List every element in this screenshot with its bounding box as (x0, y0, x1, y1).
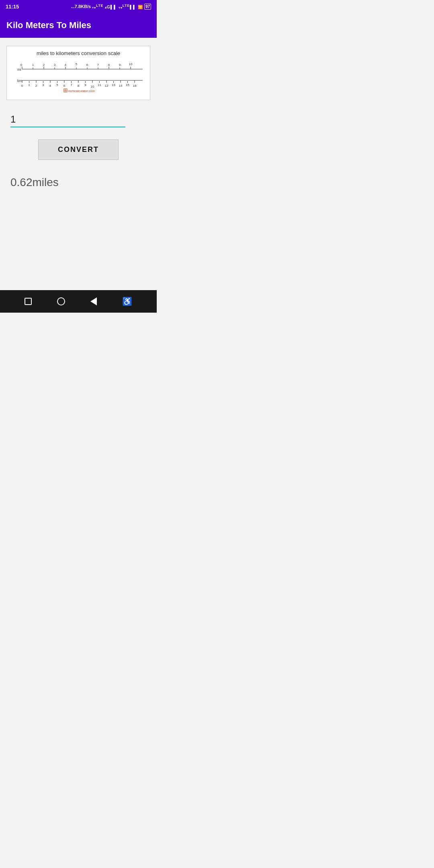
app-bar: Kilo Meters To Miles (0, 13, 157, 38)
accessibility-icon: ♿ (122, 297, 132, 306)
svg-text:15: 15 (126, 83, 129, 87)
recent-apps-button[interactable] (21, 295, 35, 308)
home-icon (57, 297, 65, 305)
app-title: Kilo Meters To Miles (6, 20, 91, 30)
svg-text:10: 10 (91, 85, 94, 88)
svg-text:2: 2 (35, 84, 37, 88)
input-container (10, 112, 125, 127)
svg-text:1: 1 (28, 83, 30, 87)
svg-text:8: 8 (108, 63, 110, 67)
accessibility-button[interactable]: ♿ (119, 293, 135, 309)
svg-text:12: 12 (105, 84, 108, 88)
nav-bar: ♿ (0, 290, 157, 313)
svg-text:9: 9 (119, 63, 121, 67)
svg-text:9: 9 (84, 83, 86, 87)
conversion-scale-box: miles to kilometers conversion scale mi … (6, 46, 150, 100)
svg-text:km: km (17, 79, 22, 83)
svg-text:10: 10 (129, 62, 133, 66)
svg-text:0: 0 (20, 63, 23, 67)
convert-button[interactable]: CONVERT (38, 139, 119, 160)
svg-text:6: 6 (86, 63, 88, 67)
svg-text:5: 5 (56, 83, 58, 87)
svg-text:13: 13 (112, 83, 115, 87)
svg-text:8: 8 (78, 84, 80, 88)
svg-text:5: 5 (76, 62, 78, 66)
svg-text:4: 4 (65, 63, 67, 67)
network-speed: ...7.8KB/s (71, 4, 91, 9)
convert-btn-wrap: CONVERT (6, 139, 150, 160)
svg-text:0: 0 (21, 84, 23, 88)
back-button[interactable] (87, 294, 100, 309)
svg-text:6: 6 (63, 84, 66, 88)
svg-text:1: 1 (32, 63, 34, 67)
svg-text:4: 4 (49, 84, 51, 88)
svg-text:7: 7 (70, 83, 72, 87)
status-time: 11:15 (6, 4, 19, 10)
recent-apps-icon (25, 298, 32, 305)
home-button[interactable] (54, 294, 68, 309)
svg-text:mi: mi (17, 68, 21, 72)
signal-icons: ᵥₒLTE ₄G▌▌ ᵥₒLTE▌▌ 🛜 (92, 4, 143, 9)
svg-text:11: 11 (98, 83, 101, 87)
svg-text:3: 3 (42, 83, 44, 87)
svg-text:2: 2 (43, 63, 45, 67)
km-input[interactable] (10, 112, 125, 127)
svg-text:14: 14 (119, 84, 123, 88)
svg-text:7: 7 (97, 63, 99, 67)
status-right: ...7.8KB/s ᵥₒLTE ₄G▌▌ ᵥₒLTE▌▌ 🛜 97 (71, 4, 151, 10)
scale-svg: mi 0 1 2 3 4 5 6 7 8 (10, 59, 147, 96)
svg-text:inchcalculator.com: inchcalculator.com (68, 89, 95, 93)
status-bar: 11:15 ...7.8KB/s ᵥₒLTE ₄G▌▌ ᵥₒLTE▌▌ 🛜 97 (0, 0, 157, 13)
svg-text:16: 16 (133, 84, 137, 88)
back-icon (90, 297, 97, 305)
main-content: miles to kilometers conversion scale mi … (0, 38, 157, 290)
battery-indicator: 97 (144, 4, 151, 10)
scale-title: miles to kilometers conversion scale (10, 50, 147, 56)
result-text: 0.62miles (10, 176, 59, 189)
svg-text:3: 3 (54, 63, 56, 67)
